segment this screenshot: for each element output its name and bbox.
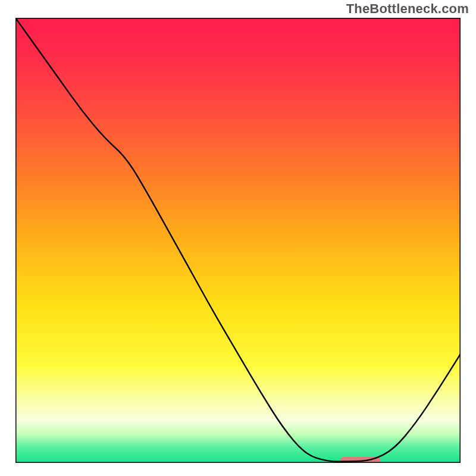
- watermark-text: TheBottleneck.com: [346, 1, 469, 17]
- gradient-background: [15, 18, 461, 463]
- plot-area: [15, 18, 461, 463]
- chart-svg: [15, 18, 461, 463]
- chart-container: TheBottleneck.com: [0, 0, 476, 476]
